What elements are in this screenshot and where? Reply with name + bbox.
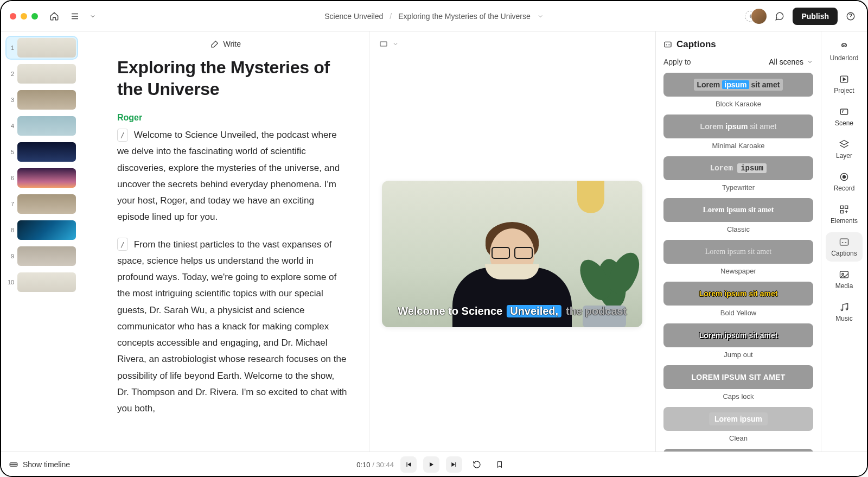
home-button[interactable] <box>47 9 62 24</box>
chevron-down-icon <box>807 59 813 65</box>
menu-button[interactable] <box>67 9 82 24</box>
preset-newspaper[interactable]: Lorem ipsum sit amet Newspaper <box>663 240 813 275</box>
collaborators[interactable]: + <box>745 9 767 24</box>
svg-point-3 <box>842 45 844 47</box>
apply-to-row: Apply to All scenes <box>663 58 813 66</box>
rail-scene[interactable]: Scene <box>826 102 863 131</box>
bookmark-button[interactable] <box>492 456 508 473</box>
caption-word-upcoming: the podcast <box>566 305 627 317</box>
pencil-icon <box>210 40 219 48</box>
scene-marker-icon: / <box>117 238 128 251</box>
script-tabs: Write <box>82 31 369 56</box>
svg-point-15 <box>841 309 843 310</box>
scene-thumb-9[interactable]: 9 <box>7 245 77 267</box>
rail-layer[interactable]: Layer <box>826 135 863 164</box>
content: Write Exploring the Mysteries of the Uni… <box>82 31 655 451</box>
rail-elements[interactable]: Elements <box>826 200 863 229</box>
captions-icon <box>663 40 672 49</box>
comments-button[interactable] <box>772 9 787 24</box>
svg-rect-5 <box>840 76 847 82</box>
timeline-icon <box>9 460 18 469</box>
svg-rect-6 <box>840 109 847 115</box>
svg-rect-10 <box>845 206 848 208</box>
preset-jump-out[interactable]: Lorem ipsum sit amet Jump out <box>663 323 813 359</box>
rail-media[interactable]: Media <box>826 265 863 294</box>
page-title[interactable]: Exploring the Mysteries of the Universe <box>117 56 345 100</box>
video-canvas[interactable]: Welcome to Science Unveiled, the podcast <box>382 181 642 327</box>
main: 1 2 3 4 5 6 7 8 9 10 Write Exploring the… <box>1 31 867 451</box>
svg-point-7 <box>840 173 847 180</box>
preset-block-karaoke[interactable]: Lorem ipsum sit amet Block Karaoke <box>663 73 813 108</box>
preview-area: Welcome to Science Unveiled, the podcast <box>369 56 656 451</box>
prev-scene-button[interactable] <box>400 456 417 473</box>
close-window-icon[interactable] <box>10 13 16 20</box>
svg-point-14 <box>842 274 844 275</box>
preset-clean[interactable]: Lorem ipsum Clean <box>663 407 813 442</box>
playhead-time: 0:10 / 30:44 <box>356 461 394 469</box>
play-button[interactable] <box>423 456 439 473</box>
svg-rect-11 <box>840 211 843 213</box>
speaker-label[interactable]: Roger <box>117 113 347 123</box>
scene-marker-icon: / <box>117 129 128 142</box>
preset-classic[interactable]: Lorem ipsum sit amet Classic <box>663 198 813 233</box>
avatar[interactable] <box>751 9 767 24</box>
scene-thumb-4[interactable]: 4 <box>7 115 77 137</box>
breadcrumb-separator-icon: / <box>390 12 392 21</box>
captions-heading: Captions <box>663 39 813 50</box>
apply-to-label: Apply to <box>663 58 691 66</box>
preset-minimal-karaoke[interactable]: Lorem ipsum sit amet Minimal Karoake <box>663 115 813 150</box>
svg-rect-2 <box>665 42 671 47</box>
menu-chevron-icon[interactable] <box>88 9 98 24</box>
breadcrumb: Science Unveiled / Exploring the Mysteri… <box>324 12 544 21</box>
preset-mono[interactable]: Lorem ipsum sit amet <box>663 449 813 451</box>
maximize-window-icon[interactable] <box>31 13 38 20</box>
captions-panel: Captions Apply to All scenes Lorem ipsum… <box>655 31 821 451</box>
svg-point-4 <box>845 45 846 47</box>
caption-word-highlighted: Unveiled, <box>507 305 561 317</box>
script-column: Write Exploring the Mysteries of the Uni… <box>82 31 369 451</box>
scene-thumb-2[interactable]: 2 <box>7 63 77 85</box>
preset-typewriter[interactable]: Lorem ipsum Typewriter <box>663 156 813 192</box>
svg-rect-1 <box>380 42 387 46</box>
script-paragraph-1[interactable]: / Welcome to Science Unveiled, the podca… <box>117 127 347 226</box>
rail-project[interactable]: Project <box>826 69 863 99</box>
aspect-ratio-icon[interactable] <box>379 40 388 48</box>
publish-button[interactable]: Publish <box>793 8 838 25</box>
rail-underlord[interactable]: Underlord <box>826 37 863 66</box>
transport-controls: 0:10 / 30:44 <box>356 456 508 473</box>
show-timeline-button[interactable]: Show timeline <box>9 460 70 469</box>
apply-to-selector[interactable]: All scenes <box>769 58 813 66</box>
preview-lamp-decor <box>577 181 604 213</box>
rail-record[interactable]: Record <box>826 167 863 196</box>
preview-column: Welcome to Science Unveiled, the podcast <box>369 31 656 451</box>
svg-point-16 <box>846 308 847 310</box>
scene-thumb-3[interactable]: 3 <box>7 89 77 111</box>
preset-caps-lock[interactable]: LOREM IPSUM SIT AMET Caps lock <box>663 365 813 400</box>
caption-preset-list: Lorem ipsum sit amet Block Karaoke Lorem… <box>663 73 813 451</box>
loop-button[interactable] <box>469 456 485 473</box>
scene-thumb-1[interactable]: 1 <box>7 37 77 59</box>
chevron-down-icon[interactable] <box>537 13 544 20</box>
help-button[interactable] <box>843 9 858 24</box>
scene-filmstrip: 1 2 3 4 5 6 7 8 9 10 <box>1 31 82 451</box>
svg-point-8 <box>843 176 846 179</box>
tab-write[interactable]: Write <box>224 40 241 48</box>
bottom-bar: Show timeline 0:10 / 30:44 <box>1 451 867 477</box>
window-controls <box>10 13 38 20</box>
scene-thumb-6[interactable]: 6 <box>7 167 77 189</box>
minimize-window-icon[interactable] <box>21 13 27 20</box>
breadcrumb-episode[interactable]: Exploring the Mysteries of the Universe <box>398 12 531 21</box>
chevron-down-icon[interactable] <box>392 41 399 47</box>
scene-thumb-7[interactable]: 7 <box>7 193 77 215</box>
scene-thumb-10[interactable]: 10 <box>7 271 77 293</box>
svg-rect-9 <box>840 206 843 208</box>
rail-music[interactable]: Music <box>826 297 863 327</box>
breadcrumb-project[interactable]: Science Unveiled <box>324 12 383 21</box>
scene-thumb-8[interactable]: 8 <box>7 219 77 241</box>
next-scene-button[interactable] <box>446 456 462 473</box>
preset-bold-yellow[interactable]: Lorem ipsum sit amet Bold Yellow <box>663 282 813 317</box>
rail-captions[interactable]: Captions <box>826 232 863 262</box>
script-paragraph-2[interactable]: / From the tiniest particles to the vast… <box>117 237 347 417</box>
scene-thumb-5[interactable]: 5 <box>7 141 77 163</box>
script-body[interactable]: Exploring the Mysteries of the Universe … <box>82 56 369 451</box>
